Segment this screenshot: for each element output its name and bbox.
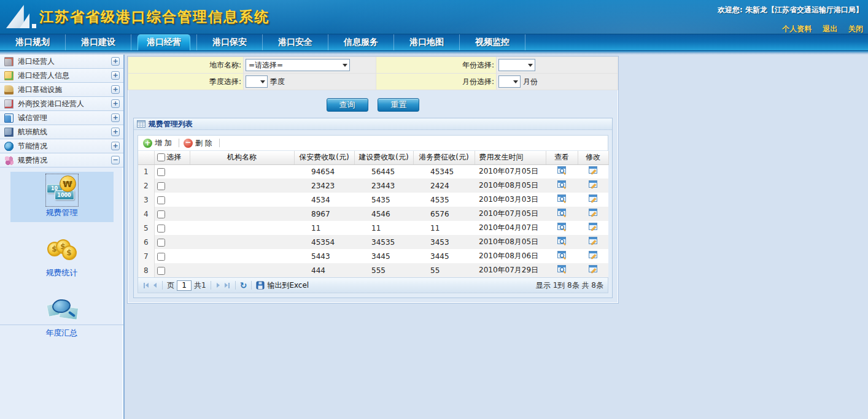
chevron-down-icon [343,64,347,67]
port-fee-cell: 55 [413,263,475,277]
expand-toggle[interactable]: + [111,99,120,108]
row-checkbox[interactable] [157,196,165,204]
expand-toggle[interactable]: + [111,142,120,150]
add-button[interactable]: + 增 加 [142,138,176,148]
collapse-toggle[interactable]: − [111,156,120,164]
row-checkbox[interactable] [157,210,165,218]
close-link[interactable]: 关闭 [848,25,863,33]
submenu-fee-management[interactable]: 10 1000 ₩ 规费管理 [10,172,114,222]
tab-port-map[interactable]: 港口地图 [394,34,460,50]
expand-toggle[interactable]: + [111,85,120,94]
row-checkbox[interactable] [157,253,165,261]
row-checkbox[interactable] [157,239,165,247]
month-select[interactable] [498,75,521,88]
sidebar-item-fees[interactable]: 规费情况 − [0,153,123,167]
logout-link[interactable]: 退出 [823,25,837,33]
col-security-fee: 保安费收取(元) [294,151,354,164]
first-page-button[interactable] [142,282,150,290]
edit-icon[interactable] [589,265,598,274]
reset-button[interactable]: 重置 [378,98,419,112]
search-button[interactable]: 查询 [327,98,368,112]
prev-page-button[interactable] [152,282,158,289]
tab-video-monitor[interactable]: 视频监控 [460,34,525,50]
expand-toggle[interactable]: + [111,128,120,136]
sidebar-item-infrastructure[interactable]: 港口基础设施 + [0,83,123,97]
table-row[interactable]: 19465456445453452010年07月05日 [138,164,608,179]
org-cell [190,164,294,179]
construction-fee-cell: 3445 [354,249,413,263]
row-number: 2 [138,179,154,193]
view-icon[interactable] [557,180,567,190]
year-label: 年份选择: [376,57,497,74]
sidebar-item-flight-routes[interactable]: 航班航线 + [0,125,123,139]
sidebar-item-energy-saving[interactable]: 节能情况 + [0,139,123,153]
table-row[interactable]: 8444555552010年07月29日 [138,263,608,277]
sidebar-item-port-operator[interactable]: 港口经营人 + [0,55,123,69]
org-cell [190,263,294,277]
edit-icon[interactable] [589,209,598,218]
view-icon[interactable] [557,237,567,246]
tab-port-operation[interactable]: 港口经营 [131,34,197,50]
row-checkbox[interactable] [157,168,165,176]
export-excel-button[interactable]: 输出到Excel [256,280,309,291]
expand-toggle[interactable]: + [111,113,120,122]
tab-port-safety[interactable]: 港口安全 [263,34,328,50]
table-row[interactable]: 2234232344324242010年08月05日 [138,179,608,193]
edit-icon[interactable] [589,237,598,246]
date-cell: 2010年07月29日 [475,263,546,277]
flight-routes-icon [4,128,14,137]
view-icon[interactable] [557,166,567,175]
submenu-fee-statistics[interactable]: $ $ $ 规费统计 [10,232,114,282]
row-checkbox[interactable] [157,225,165,233]
view-icon[interactable] [557,265,567,274]
quarter-label: 季度选择: [128,74,244,90]
expand-toggle[interactable]: + [111,57,120,66]
last-page-button[interactable] [223,282,231,290]
submenu-annual-summary[interactable]: 年度汇总 [10,292,114,342]
tab-info-service[interactable]: 信息服务 [328,34,394,50]
table-row[interactable]: 6453543453534532010年08月05日 [138,235,608,249]
col-date: 费用发生时间 [475,151,546,164]
sidebar-item-operator-info[interactable]: 港口经营人信息 + [0,69,123,83]
profile-link[interactable]: 个人资料 [782,25,812,33]
year-select[interactable] [498,59,535,71]
col-view: 查看 [546,151,578,164]
col-port-fee: 港务费征收(元) [413,151,475,164]
edit-icon[interactable] [589,180,598,190]
delete-button[interactable]: − 删 除 [182,138,216,148]
table-row[interactable]: 75443344534452010年08月06日 [138,249,608,263]
port-fee-cell: 11 [413,221,475,235]
table-row[interactable]: 34534543545352010年03月03日 [138,193,608,207]
edit-icon[interactable] [589,223,598,232]
expand-toggle[interactable]: + [111,71,120,80]
row-checkbox[interactable] [157,267,165,275]
table-row[interactable]: 51111112010年04月07日 [138,221,608,235]
edit-icon[interactable] [589,166,598,175]
port-fee-cell: 4535 [413,193,475,207]
port-fee-cell: 45345 [413,164,475,179]
refresh-icon[interactable]: ↻ [240,281,247,290]
org-cell [190,235,294,249]
grid-toolbar: + 增 加 − 删 除 [138,136,608,151]
tab-port-security[interactable]: 港口保安 [197,34,263,50]
sidebar-item-integrity[interactable]: 诚信管理 + [0,111,123,125]
sidebar-item-foreign-investment[interactable]: 外商投资港口经营人 + [0,97,123,111]
construction-fee-cell: 555 [354,263,413,277]
view-icon[interactable] [557,223,567,232]
quarter-select[interactable] [246,75,268,88]
city-select[interactable]: =请选择= [246,59,350,71]
view-icon[interactable] [557,194,567,204]
table-row[interactable]: 48967454665762010年07月05日 [138,207,608,221]
tab-port-construction[interactable]: 港口建设 [66,34,131,50]
select-all-checkbox[interactable] [157,153,165,161]
row-checkbox[interactable] [157,182,165,190]
tab-port-planning[interactable]: 港口规划 [0,34,66,50]
edit-icon[interactable] [589,251,598,260]
page-input[interactable] [177,280,192,291]
fee-list-panel: 规费管理列表 + 增 加 − 删 除 [133,118,613,298]
edit-icon[interactable] [589,194,598,204]
view-icon[interactable] [557,251,567,260]
logo [6,4,38,29]
view-icon[interactable] [557,209,567,218]
next-page-button[interactable] [215,282,221,289]
